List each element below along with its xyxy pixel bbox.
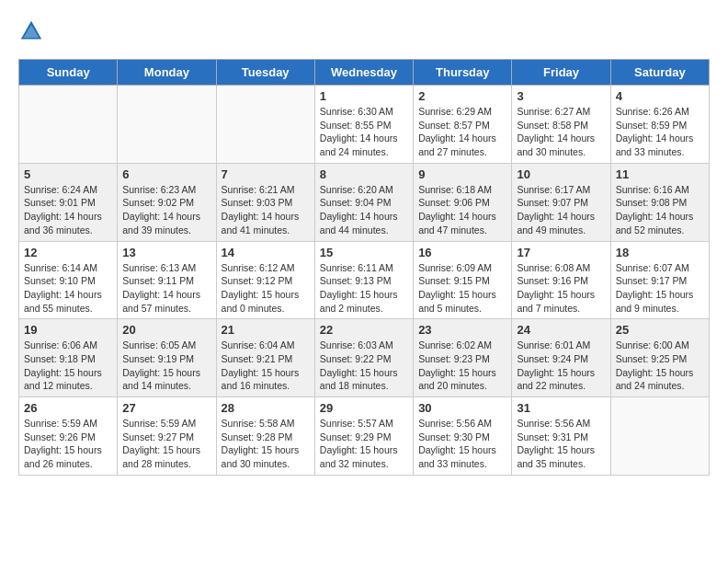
day-info: Sunrise: 6:30 AM Sunset: 8:55 PM Dayligh… bbox=[320, 105, 408, 159]
day-number: 26 bbox=[24, 401, 112, 415]
day-info: Sunrise: 6:24 AM Sunset: 9:01 PM Dayligh… bbox=[24, 183, 112, 237]
calendar-day-cell: 11Sunrise: 6:16 AM Sunset: 9:08 PM Dayli… bbox=[610, 163, 709, 241]
calendar-day-cell: 9Sunrise: 6:18 AM Sunset: 9:06 PM Daylig… bbox=[414, 163, 512, 241]
calendar-day-cell: 4Sunrise: 6:26 AM Sunset: 8:59 PM Daylig… bbox=[610, 86, 709, 164]
day-number: 15 bbox=[320, 246, 408, 259]
day-info: Sunrise: 5:56 AM Sunset: 9:31 PM Dayligh… bbox=[517, 417, 605, 471]
day-info: Sunrise: 5:58 AM Sunset: 9:28 PM Dayligh… bbox=[222, 417, 310, 471]
day-info: Sunrise: 6:13 AM Sunset: 9:11 PM Dayligh… bbox=[122, 261, 210, 316]
day-of-week-header: Saturday bbox=[610, 60, 709, 86]
calendar-header-row: SundayMondayTuesdayWednesdayThursdayFrid… bbox=[19, 60, 710, 86]
day-number: 24 bbox=[517, 323, 605, 337]
calendar-week-row: 1Sunrise: 6:30 AM Sunset: 8:55 PM Daylig… bbox=[19, 86, 710, 164]
day-info: Sunrise: 6:01 AM Sunset: 9:24 PM Dayligh… bbox=[517, 339, 605, 393]
day-number: 31 bbox=[517, 401, 605, 415]
calendar-week-row: 5Sunrise: 6:24 AM Sunset: 9:01 PM Daylig… bbox=[19, 163, 710, 241]
day-info: Sunrise: 6:04 AM Sunset: 9:21 PM Dayligh… bbox=[222, 339, 310, 393]
day-number: 27 bbox=[122, 401, 210, 415]
calendar-day-cell: 23Sunrise: 6:02 AM Sunset: 9:23 PM Dayli… bbox=[414, 319, 512, 397]
calendar-empty-cell bbox=[19, 86, 118, 164]
day-info: Sunrise: 6:29 AM Sunset: 8:57 PM Dayligh… bbox=[418, 105, 506, 159]
day-info: Sunrise: 6:27 AM Sunset: 8:58 PM Dayligh… bbox=[517, 105, 605, 159]
day-info: Sunrise: 6:07 AM Sunset: 9:17 PM Dayligh… bbox=[616, 261, 704, 316]
day-info: Sunrise: 6:05 AM Sunset: 9:19 PM Dayligh… bbox=[122, 339, 210, 393]
day-info: Sunrise: 6:17 AM Sunset: 9:07 PM Dayligh… bbox=[517, 183, 605, 237]
day-info: Sunrise: 6:08 AM Sunset: 9:16 PM Dayligh… bbox=[517, 261, 605, 316]
calendar-day-cell: 1Sunrise: 6:30 AM Sunset: 8:55 PM Daylig… bbox=[314, 86, 413, 164]
calendar-day-cell: 20Sunrise: 6:05 AM Sunset: 9:19 PM Dayli… bbox=[118, 319, 216, 397]
day-number: 29 bbox=[320, 401, 408, 415]
day-number: 20 bbox=[122, 323, 210, 337]
page-header bbox=[18, 18, 710, 44]
calendar-day-cell: 2Sunrise: 6:29 AM Sunset: 8:57 PM Daylig… bbox=[414, 86, 512, 164]
calendar-day-cell: 29Sunrise: 5:57 AM Sunset: 9:29 PM Dayli… bbox=[314, 397, 413, 476]
day-number: 18 bbox=[616, 246, 704, 259]
day-number: 12 bbox=[24, 246, 112, 259]
calendar-day-cell: 10Sunrise: 6:17 AM Sunset: 9:07 PM Dayli… bbox=[512, 163, 610, 241]
day-number: 30 bbox=[418, 401, 506, 415]
calendar-day-cell: 14Sunrise: 6:12 AM Sunset: 9:12 PM Dayli… bbox=[216, 241, 314, 319]
calendar-empty-cell bbox=[610, 397, 709, 476]
calendar-week-row: 26Sunrise: 5:59 AM Sunset: 9:26 PM Dayli… bbox=[19, 397, 710, 476]
day-info: Sunrise: 5:59 AM Sunset: 9:26 PM Dayligh… bbox=[24, 417, 112, 471]
calendar-day-cell: 5Sunrise: 6:24 AM Sunset: 9:01 PM Daylig… bbox=[19, 163, 118, 241]
day-info: Sunrise: 6:09 AM Sunset: 9:15 PM Dayligh… bbox=[418, 261, 506, 316]
day-info: Sunrise: 6:18 AM Sunset: 9:06 PM Dayligh… bbox=[418, 183, 506, 237]
day-info: Sunrise: 6:26 AM Sunset: 8:59 PM Dayligh… bbox=[616, 105, 704, 159]
calendar-day-cell: 22Sunrise: 6:03 AM Sunset: 9:22 PM Dayli… bbox=[314, 319, 413, 397]
day-number: 10 bbox=[517, 167, 605, 181]
day-number: 28 bbox=[222, 401, 310, 415]
day-info: Sunrise: 6:16 AM Sunset: 9:08 PM Dayligh… bbox=[616, 183, 704, 237]
calendar-day-cell: 28Sunrise: 5:58 AM Sunset: 9:28 PM Dayli… bbox=[216, 397, 314, 476]
day-of-week-header: Friday bbox=[512, 60, 610, 86]
day-number: 14 bbox=[222, 246, 310, 259]
day-number: 25 bbox=[616, 323, 704, 337]
day-info: Sunrise: 6:20 AM Sunset: 9:04 PM Dayligh… bbox=[320, 183, 408, 237]
calendar-day-cell: 26Sunrise: 5:59 AM Sunset: 9:26 PM Dayli… bbox=[19, 397, 118, 476]
calendar-empty-cell bbox=[118, 86, 216, 164]
day-number: 9 bbox=[418, 167, 506, 181]
day-info: Sunrise: 5:57 AM Sunset: 9:29 PM Dayligh… bbox=[320, 417, 408, 471]
day-of-week-header: Monday bbox=[118, 60, 216, 86]
day-of-week-header: Tuesday bbox=[216, 60, 314, 86]
day-number: 8 bbox=[320, 167, 408, 181]
day-number: 6 bbox=[122, 167, 210, 181]
day-number: 22 bbox=[320, 323, 408, 337]
day-number: 5 bbox=[24, 167, 112, 181]
day-number: 7 bbox=[222, 167, 310, 181]
day-info: Sunrise: 5:59 AM Sunset: 9:27 PM Dayligh… bbox=[122, 417, 210, 471]
calendar-day-cell: 18Sunrise: 6:07 AM Sunset: 9:17 PM Dayli… bbox=[610, 241, 709, 319]
logo bbox=[18, 18, 48, 44]
day-number: 21 bbox=[222, 323, 310, 337]
calendar-day-cell: 25Sunrise: 6:00 AM Sunset: 9:25 PM Dayli… bbox=[610, 319, 709, 397]
calendar-day-cell: 8Sunrise: 6:20 AM Sunset: 9:04 PM Daylig… bbox=[314, 163, 413, 241]
calendar-week-row: 19Sunrise: 6:06 AM Sunset: 9:18 PM Dayli… bbox=[19, 319, 710, 397]
calendar-day-cell: 24Sunrise: 6:01 AM Sunset: 9:24 PM Dayli… bbox=[512, 319, 610, 397]
calendar-day-cell: 16Sunrise: 6:09 AM Sunset: 9:15 PM Dayli… bbox=[414, 241, 512, 319]
day-info: Sunrise: 6:12 AM Sunset: 9:12 PM Dayligh… bbox=[222, 261, 310, 316]
day-of-week-header: Wednesday bbox=[314, 60, 413, 86]
day-number: 19 bbox=[24, 323, 112, 337]
logo-icon bbox=[18, 18, 44, 44]
day-info: Sunrise: 6:02 AM Sunset: 9:23 PM Dayligh… bbox=[418, 339, 506, 393]
day-info: Sunrise: 6:06 AM Sunset: 9:18 PM Dayligh… bbox=[24, 339, 112, 393]
calendar-day-cell: 15Sunrise: 6:11 AM Sunset: 9:13 PM Dayli… bbox=[314, 241, 413, 319]
day-info: Sunrise: 6:00 AM Sunset: 9:25 PM Dayligh… bbox=[616, 339, 704, 393]
day-info: Sunrise: 6:14 AM Sunset: 9:10 PM Dayligh… bbox=[24, 261, 112, 316]
day-number: 16 bbox=[418, 246, 506, 259]
day-number: 3 bbox=[517, 89, 605, 103]
calendar-day-cell: 6Sunrise: 6:23 AM Sunset: 9:02 PM Daylig… bbox=[118, 163, 216, 241]
calendar-day-cell: 13Sunrise: 6:13 AM Sunset: 9:11 PM Dayli… bbox=[118, 241, 216, 319]
calendar-day-cell: 7Sunrise: 6:21 AM Sunset: 9:03 PM Daylig… bbox=[216, 163, 314, 241]
day-number: 17 bbox=[517, 246, 605, 259]
day-of-week-header: Sunday bbox=[19, 60, 118, 86]
day-number: 2 bbox=[418, 89, 506, 103]
day-info: Sunrise: 5:56 AM Sunset: 9:30 PM Dayligh… bbox=[418, 417, 506, 471]
day-info: Sunrise: 6:23 AM Sunset: 9:02 PM Dayligh… bbox=[122, 183, 210, 237]
day-number: 1 bbox=[320, 89, 408, 103]
day-number: 13 bbox=[122, 246, 210, 259]
calendar-day-cell: 3Sunrise: 6:27 AM Sunset: 8:58 PM Daylig… bbox=[512, 86, 610, 164]
day-number: 4 bbox=[616, 89, 704, 103]
day-number: 11 bbox=[616, 167, 704, 181]
day-of-week-header: Thursday bbox=[414, 60, 512, 86]
